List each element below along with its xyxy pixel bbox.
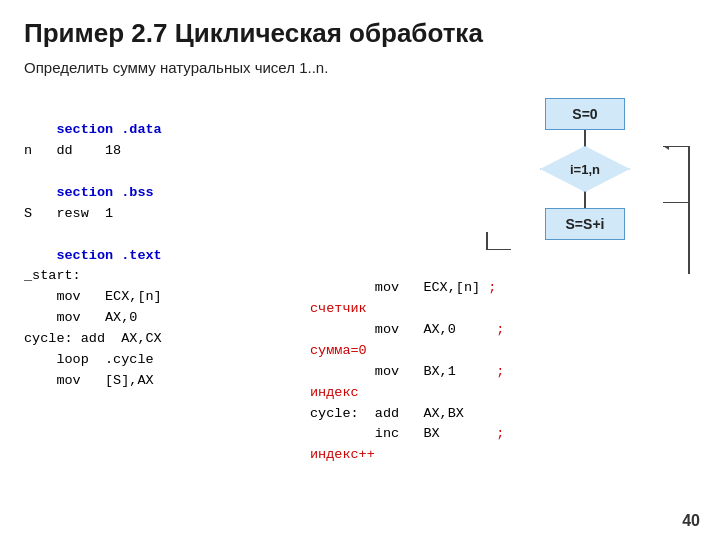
rcode-line-5: inc BX ;: [310, 424, 504, 445]
code-line-3: [24, 162, 162, 183]
page: Пример 2.7 Циклическая обработка Определ…: [0, 0, 720, 540]
svg-marker-6: [663, 146, 669, 150]
rcode-comment-1: счетчик: [310, 299, 504, 320]
flow-box-i1n: i=1,n: [540, 146, 630, 192]
rcode-line-1: mov ECX,[n] ;: [310, 278, 504, 299]
page-title: Пример 2.7 Циклическая обработка: [24, 18, 696, 49]
code-line-8: _start:: [24, 266, 162, 287]
rcode-line-4: cycle: add AX,BX: [310, 404, 504, 425]
rcode-comment-5: индекс++: [310, 445, 504, 466]
page-number: 40: [682, 512, 700, 530]
loop-arrow-svg: [477, 130, 511, 250]
flow-s0-container: S=0: [505, 98, 665, 130]
rcode-comment-3: индекс: [310, 383, 504, 404]
left-code-block: section .data n dd 18 section .bss S res…: [24, 120, 162, 392]
rcode-line-2: mov AX,0 ;: [310, 320, 504, 341]
loop-back-top-arrow: [661, 146, 695, 206]
keyword-section-text: section .text: [56, 248, 161, 263]
flow-connector-1: [584, 130, 586, 146]
keyword-section-data: section .data: [56, 122, 161, 137]
code-line-1: section .data: [24, 120, 162, 141]
code-line-9: mov ECX,[n]: [24, 287, 162, 308]
code-line-12: loop .cycle: [24, 350, 162, 371]
subtitle: Определить сумму натуральных чисел 1..n.: [24, 59, 696, 76]
loop-back-arrow: [661, 202, 695, 274]
flow-connector-2: [584, 192, 586, 208]
flow-ssi-container: S=S+i: [505, 208, 665, 240]
code-line-5: S resw 1: [24, 204, 162, 225]
keyword-section-bss: section .bss: [56, 185, 153, 200]
rcode-line-3: mov BX,1 ;: [310, 362, 504, 383]
right-code-block: mov ECX,[n] ; счетчик mov AX,0 ; сумма=0…: [310, 278, 504, 466]
flow-box-s0: S=0: [545, 98, 625, 130]
code-line-7: section .text: [24, 246, 162, 267]
code-line-2: n dd 18: [24, 141, 162, 162]
flow-diamond-container: i=1,n: [505, 146, 665, 192]
code-line-4: section .bss: [24, 183, 162, 204]
code-line-11: cycle: add AX,CX: [24, 329, 162, 350]
code-line-13: mov [S],AX: [24, 371, 162, 392]
flow-box-ssi: S=S+i: [545, 208, 625, 240]
rcode-comment-2: сумма=0: [310, 341, 504, 362]
code-line-6: [24, 225, 162, 246]
flowchart-diagram: S=0 i=1,n S=S+i: [505, 98, 665, 240]
code-line-10: mov AX,0: [24, 308, 162, 329]
